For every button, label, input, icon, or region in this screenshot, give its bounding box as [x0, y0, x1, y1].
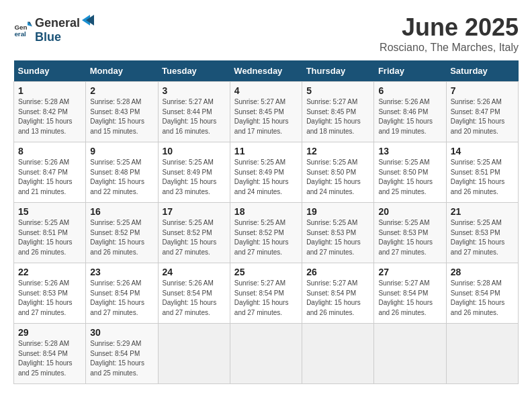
day-info: Sunrise: 5:28 AM Sunset: 8:43 PM Dayligh…: [90, 97, 153, 136]
day-number: 20: [378, 206, 441, 217]
calendar-cell: 9 Sunrise: 5:25 AM Sunset: 8:48 PM Dayli…: [86, 142, 158, 203]
day-number: 4: [234, 85, 298, 96]
calendar-cell: 28 Sunrise: 5:28 AM Sunset: 8:54 PM Dayl…: [446, 263, 518, 324]
calendar-row: 29 Sunrise: 5:28 AM Sunset: 8:54 PM Dayl…: [14, 324, 519, 384]
day-number: 16: [90, 206, 153, 217]
page-header: Gen eral General Blue June 2025 Rosciano…: [13, 13, 519, 54]
day-number: 3: [163, 85, 226, 96]
day-number: 17: [163, 206, 226, 217]
day-number: 6: [378, 85, 441, 96]
calendar-cell: 19 Sunrise: 5:25 AM Sunset: 8:53 PM Dayl…: [302, 203, 374, 263]
day-info: Sunrise: 5:25 AM Sunset: 8:51 PM Dayligh…: [451, 158, 514, 197]
day-info: Sunrise: 5:27 AM Sunset: 8:44 PM Dayligh…: [163, 97, 226, 136]
day-number: 19: [306, 206, 369, 217]
day-number: 21: [451, 206, 514, 217]
day-number: 18: [234, 206, 298, 217]
calendar-cell: 25 Sunrise: 5:27 AM Sunset: 8:54 PM Dayl…: [230, 263, 302, 324]
calendar-cell: 1 Sunrise: 5:28 AM Sunset: 8:42 PM Dayli…: [14, 82, 86, 142]
calendar-cell: 15 Sunrise: 5:25 AM Sunset: 8:51 PM Dayl…: [14, 203, 86, 263]
svg-text:eral: eral: [14, 30, 26, 38]
day-number: 5: [306, 85, 369, 96]
day-info: Sunrise: 5:25 AM Sunset: 8:48 PM Dayligh…: [90, 158, 153, 197]
calendar-cell: 29 Sunrise: 5:28 AM Sunset: 8:54 PM Dayl…: [14, 324, 86, 384]
calendar-cell: 23 Sunrise: 5:26 AM Sunset: 8:54 PM Dayl…: [86, 263, 158, 324]
day-number: 12: [306, 146, 369, 156]
calendar-header-row: Sunday Monday Tuesday Wednesday Thursday…: [14, 60, 519, 82]
day-info: Sunrise: 5:28 AM Sunset: 8:42 PM Dayligh…: [18, 97, 81, 136]
day-info: Sunrise: 5:25 AM Sunset: 8:53 PM Dayligh…: [378, 218, 441, 257]
calendar-cell: 12 Sunrise: 5:25 AM Sunset: 8:50 PM Dayl…: [302, 142, 374, 203]
calendar-cell: 16 Sunrise: 5:25 AM Sunset: 8:52 PM Dayl…: [86, 203, 158, 263]
day-info: Sunrise: 5:25 AM Sunset: 8:51 PM Dayligh…: [18, 218, 81, 257]
day-number: 13: [378, 146, 441, 156]
day-number: 30: [90, 327, 153, 338]
day-number: 26: [306, 267, 369, 277]
day-info: Sunrise: 5:28 AM Sunset: 8:54 PM Dayligh…: [451, 279, 514, 318]
day-info: Sunrise: 5:25 AM Sunset: 8:50 PM Dayligh…: [378, 158, 441, 197]
logo: Gen eral General Blue: [13, 13, 95, 44]
month-title: June 2025: [380, 13, 519, 42]
calendar-row: 15 Sunrise: 5:25 AM Sunset: 8:51 PM Dayl…: [14, 203, 519, 263]
col-wednesday: Wednesday: [230, 60, 302, 82]
day-number: 28: [451, 267, 514, 277]
day-number: 24: [163, 267, 226, 277]
calendar-cell: 13 Sunrise: 5:25 AM Sunset: 8:50 PM Dayl…: [374, 142, 446, 203]
calendar-cell: 8 Sunrise: 5:26 AM Sunset: 8:47 PM Dayli…: [14, 142, 86, 203]
calendar-cell: 5 Sunrise: 5:27 AM Sunset: 8:45 PM Dayli…: [302, 82, 374, 142]
day-info: Sunrise: 5:27 AM Sunset: 8:54 PM Dayligh…: [234, 279, 298, 318]
calendar-cell: 21 Sunrise: 5:25 AM Sunset: 8:53 PM Dayl…: [446, 203, 518, 263]
calendar-cell: 7 Sunrise: 5:26 AM Sunset: 8:47 PM Dayli…: [446, 82, 518, 142]
day-number: 23: [90, 267, 153, 277]
day-info: Sunrise: 5:25 AM Sunset: 8:49 PM Dayligh…: [234, 158, 298, 197]
day-number: 1: [18, 85, 81, 96]
calendar-cell: 17 Sunrise: 5:25 AM Sunset: 8:52 PM Dayl…: [158, 203, 230, 263]
day-info: Sunrise: 5:26 AM Sunset: 8:47 PM Dayligh…: [18, 158, 81, 197]
day-number: 29: [18, 327, 81, 338]
calendar-cell: 18 Sunrise: 5:25 AM Sunset: 8:52 PM Dayl…: [230, 203, 302, 263]
calendar-cell: [302, 324, 374, 384]
day-info: Sunrise: 5:25 AM Sunset: 8:52 PM Dayligh…: [234, 218, 298, 257]
calendar-cell: 26 Sunrise: 5:27 AM Sunset: 8:54 PM Dayl…: [302, 263, 374, 324]
day-info: Sunrise: 5:27 AM Sunset: 8:54 PM Dayligh…: [378, 279, 441, 318]
day-info: Sunrise: 5:25 AM Sunset: 8:49 PM Dayligh…: [163, 158, 226, 197]
day-number: 2: [90, 85, 153, 96]
calendar-cell: 24 Sunrise: 5:26 AM Sunset: 8:54 PM Dayl…: [158, 263, 230, 324]
calendar-cell: 2 Sunrise: 5:28 AM Sunset: 8:43 PM Dayli…: [86, 82, 158, 142]
day-number: 8: [18, 146, 81, 156]
day-info: Sunrise: 5:27 AM Sunset: 8:54 PM Dayligh…: [306, 279, 369, 318]
col-tuesday: Tuesday: [158, 60, 230, 82]
logo-blue-text: Blue: [35, 30, 61, 44]
col-monday: Monday: [86, 60, 158, 82]
calendar-cell: 11 Sunrise: 5:25 AM Sunset: 8:49 PM Dayl…: [230, 142, 302, 203]
day-number: 10: [163, 146, 226, 156]
day-info: Sunrise: 5:27 AM Sunset: 8:45 PM Dayligh…: [234, 97, 298, 136]
calendar-cell: 3 Sunrise: 5:27 AM Sunset: 8:44 PM Dayli…: [158, 82, 230, 142]
day-number: 15: [18, 206, 81, 217]
day-number: 7: [451, 85, 514, 96]
calendar-cell: 20 Sunrise: 5:25 AM Sunset: 8:53 PM Dayl…: [374, 203, 446, 263]
col-sunday: Sunday: [14, 60, 86, 82]
day-info: Sunrise: 5:26 AM Sunset: 8:54 PM Dayligh…: [163, 279, 226, 318]
day-number: 9: [90, 146, 153, 156]
calendar-row: 8 Sunrise: 5:26 AM Sunset: 8:47 PM Dayli…: [14, 142, 519, 203]
day-info: Sunrise: 5:25 AM Sunset: 8:52 PM Dayligh…: [163, 218, 226, 257]
calendar-cell: 4 Sunrise: 5:27 AM Sunset: 8:45 PM Dayli…: [230, 82, 302, 142]
calendar-cell: [158, 324, 230, 384]
logo-arrow-icon: [81, 13, 94, 27]
calendar-cell: [446, 324, 518, 384]
calendar-cell: 6 Sunrise: 5:26 AM Sunset: 8:46 PM Dayli…: [374, 82, 446, 142]
day-number: 14: [451, 146, 514, 156]
col-thursday: Thursday: [302, 60, 374, 82]
col-saturday: Saturday: [446, 60, 518, 82]
location-title: Rosciano, The Marches, Italy: [380, 42, 519, 54]
day-info: Sunrise: 5:25 AM Sunset: 8:52 PM Dayligh…: [90, 218, 153, 257]
day-info: Sunrise: 5:27 AM Sunset: 8:45 PM Dayligh…: [306, 97, 369, 136]
logo-general-text: General: [35, 16, 80, 30]
title-area: June 2025 Rosciano, The Marches, Italy: [380, 13, 519, 54]
calendar-cell: 30 Sunrise: 5:29 AM Sunset: 8:54 PM Dayl…: [86, 324, 158, 384]
day-info: Sunrise: 5:25 AM Sunset: 8:53 PM Dayligh…: [451, 218, 514, 257]
calendar-cell: 22 Sunrise: 5:26 AM Sunset: 8:53 PM Dayl…: [14, 263, 86, 324]
col-friday: Friday: [374, 60, 446, 82]
day-info: Sunrise: 5:25 AM Sunset: 8:53 PM Dayligh…: [306, 218, 369, 257]
calendar-cell: [374, 324, 446, 384]
